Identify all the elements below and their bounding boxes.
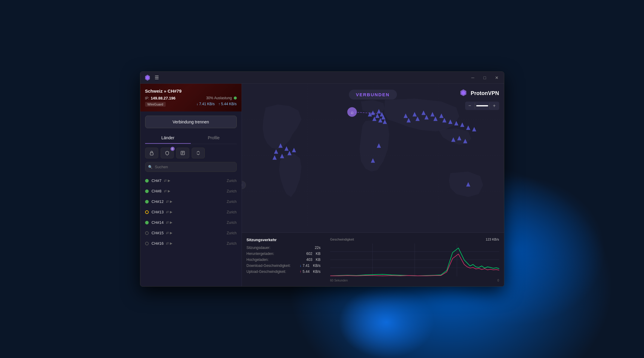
- upload-speed: ↑ 5.44 KB/s: [218, 102, 236, 107]
- server-location: Zurich: [227, 221, 236, 225]
- svg-rect-0: [150, 153, 153, 155]
- left-panel: Schweiz » CH#79 IP: 149.88.27.196 30% Au…: [140, 84, 242, 286]
- svg-marker-31: [430, 112, 434, 117]
- server-name-text: CH#12 ⇄ ▶: [152, 199, 224, 204]
- server-action-icons: ⇄ ▶: [166, 241, 172, 245]
- filter-arrow-button[interactable]: [192, 148, 205, 158]
- titlebar: ☰ ─ □ ✕: [140, 72, 504, 84]
- server-item-ch12[interactable]: CH#12 ⇄ ▶ Zurich: [140, 196, 242, 207]
- search-input[interactable]: [145, 162, 237, 172]
- load-text: 30% Auslastung: [206, 96, 232, 100]
- server-status-dot: [145, 200, 149, 204]
- up-arrow-icon: ↑: [299, 270, 301, 274]
- server-item-ch13[interactable]: CH#13 ⇄ ▶ Zurich: [140, 207, 242, 217]
- filter-edit-button[interactable]: [176, 148, 189, 158]
- stats-right: Geschwindigkeit 123 KB/s: [325, 233, 504, 286]
- svg-marker-34: [415, 117, 419, 121]
- server-status-dot: [145, 179, 149, 183]
- stats-title: Sitzungsverkehr: [247, 238, 321, 242]
- stat-label-dl-speed: Download-Geschwindigkeit:: [247, 264, 291, 268]
- server-item-ch16[interactable]: CH#16 ⇄ ▶ Zurich: [140, 238, 242, 249]
- stat-row-downloaded: Heruntergeladen: 602 KB: [247, 252, 321, 256]
- chart-time-end: 0: [497, 279, 499, 282]
- chart-footer: 60 Sekunden 0: [330, 279, 499, 282]
- server-location: Zurich: [227, 231, 236, 235]
- right-panel: ‹: [242, 84, 504, 286]
- play-icon: ▶: [170, 221, 172, 224]
- server-action-icons: ⇄ ▶: [164, 189, 170, 193]
- server-item-ch14[interactable]: CH#14 ⇄ ▶ Zurich: [140, 217, 242, 228]
- server-location: Zurich: [227, 189, 236, 193]
- svg-marker-14: [274, 149, 278, 154]
- server-status-dot: [145, 189, 149, 193]
- svg-marker-40: [460, 123, 464, 127]
- minimize-button[interactable]: ─: [469, 74, 477, 81]
- recycle-icon: ⇄: [166, 231, 169, 235]
- zoom-bar[interactable]: [476, 105, 488, 106]
- tab-countries[interactable]: Länder: [145, 132, 191, 144]
- proton-logo-icon: [144, 74, 151, 81]
- down-arrow-icon: ↓: [299, 264, 301, 268]
- stat-label-ul-speed: Upload-Geschwindigkeit:: [247, 270, 286, 274]
- hamburger-icon[interactable]: ☰: [155, 75, 159, 80]
- ip-address: 149.88.27.196: [151, 96, 176, 100]
- stat-row-duration: Sitzungsdauer: 22s: [247, 246, 321, 250]
- server-name: Schweiz » CH#79: [145, 88, 237, 94]
- server-list: CH#7 ⇄ ▶ Zurich CH#8 ⇄ ▶: [140, 174, 242, 286]
- server-item-ch8[interactable]: CH#8 ⇄ ▶ Zurich: [140, 186, 242, 196]
- svg-marker-33: [406, 118, 411, 123]
- svg-text:⌂: ⌂: [351, 110, 353, 115]
- server-item-ch7[interactable]: CH#7 ⇄ ▶ Zurich: [140, 175, 242, 186]
- search-icon: 🔍: [148, 165, 153, 169]
- stats-left: Sitzungsverkehr Sitzungsdauer: 22s Herun…: [242, 233, 325, 286]
- maximize-button[interactable]: □: [481, 74, 488, 81]
- svg-marker-43: [451, 137, 455, 142]
- search-bar: 🔍: [145, 162, 237, 172]
- svg-marker-17: [272, 155, 276, 160]
- svg-marker-28: [403, 114, 408, 118]
- stat-value-ul-speed: ↑ 5.44 KB/s: [299, 270, 320, 274]
- zoom-in-button[interactable]: +: [490, 102, 499, 110]
- chart-label: Geschwindigkeit: [330, 238, 354, 241]
- recycle-icon: ⇄: [166, 221, 169, 224]
- svg-marker-39: [454, 121, 458, 126]
- ip-label: IP:: [145, 96, 150, 100]
- server-name-text: CH#14 ⇄ ▶: [152, 220, 224, 225]
- svg-marker-46: [466, 182, 470, 186]
- play-icon: ▶: [168, 189, 170, 193]
- protonvpn-logo-icon: [459, 88, 468, 98]
- vpn-markers-svg: ⌂: [242, 84, 504, 227]
- server-item-ch15[interactable]: CH#15 ⇄ ▶ Zurich: [140, 228, 242, 238]
- stats-panel: Sitzungsverkehr Sitzungsdauer: 22s Herun…: [242, 232, 504, 286]
- server-status-dot: [145, 231, 149, 235]
- stat-label-uploaded: Hochgeladen:: [247, 258, 269, 262]
- chart-time-label: 60 Sekunden: [330, 279, 348, 282]
- filter-shield-button[interactable]: 0: [161, 148, 174, 158]
- stat-value-downloaded: 602 KB: [306, 252, 320, 256]
- filter-lock-button[interactable]: [145, 148, 158, 158]
- play-icon: ▶: [170, 241, 172, 245]
- recycle-icon: ⇄: [166, 241, 169, 245]
- tab-profiles[interactable]: Profile: [191, 132, 237, 144]
- svg-marker-21: [375, 114, 379, 118]
- disconnect-button[interactable]: Verbindung trennen: [145, 116, 237, 128]
- ip-display: IP: 149.88.27.196: [145, 95, 176, 101]
- server-status-dot: [145, 210, 149, 214]
- stat-row-ul-speed: Upload-Geschwindigkeit: ↑ 5.44 KB/s: [247, 270, 321, 274]
- load-dot-indicator: [234, 97, 237, 100]
- server-action-icons: ⇄ ▶: [166, 210, 172, 214]
- main-window: ☰ ─ □ ✕ Schweiz » CH#79 IP: 149.88.27.19…: [140, 71, 504, 287]
- svg-marker-48: [371, 158, 375, 163]
- protocol-speeds: WireGuard ↓ 7.41 KB/s ↑ 5.44 KB/s: [145, 102, 237, 107]
- close-button[interactable]: ✕: [493, 74, 500, 81]
- main-content: Schweiz » CH#79 IP: 149.88.27.196 30% Au…: [140, 84, 504, 286]
- svg-marker-27: [382, 120, 387, 124]
- connection-details: IP: 149.88.27.196 30% Auslastung: [145, 95, 237, 101]
- recycle-icon: ⇄: [166, 200, 169, 204]
- play-icon: ▶: [170, 231, 172, 235]
- chart-header: Geschwindigkeit 123 KB/s: [330, 238, 499, 241]
- recycle-icon: ⇄: [164, 189, 167, 193]
- filter-bar: 0: [140, 144, 242, 162]
- svg-marker-18: [292, 148, 296, 152]
- zoom-out-button[interactable]: −: [465, 102, 475, 110]
